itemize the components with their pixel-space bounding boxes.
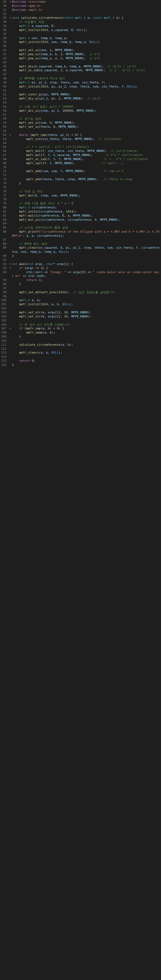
code-line[interactable] bbox=[12, 319, 161, 323]
code-line[interactable] bbox=[12, 73, 161, 76]
code-area[interactable]: #include <iostream>#include <gmp.h>#incl… bbox=[12, 0, 161, 367]
code-line[interactable] bbox=[12, 44, 161, 48]
code-line[interactable]: if (mpfr_cmp(a, b) < 0) { bbox=[12, 327, 161, 331]
code-line[interactable]: // 큰 값이 a가 되도록 스왑합니다. bbox=[12, 323, 161, 327]
code-line[interactable]: mpfr_sqrt(f, f, MPFR_RNDN); // sqrt(...) bbox=[12, 161, 161, 165]
fold-marker[interactable]: ⊟ bbox=[9, 133, 12, 137]
code-line[interactable]: mpfr_set_ui(sum, 0, MPFR_RNDN); bbox=[12, 121, 161, 125]
code-line[interactable]: mpfr_t circumference; bbox=[12, 206, 161, 210]
code-line[interactable]: // 이심률의 제곱 bbox=[12, 20, 161, 24]
code-line[interactable] bbox=[12, 307, 161, 311]
code-line[interactable] bbox=[12, 173, 161, 177]
code-line[interactable]: // MPFR를 사용하여 Pi/2 정의 bbox=[12, 76, 161, 81]
code-line[interactable]: mpfr_div_ui(pi_2, pi, 2, MPFR_RNDN); // … bbox=[12, 97, 161, 101]
code-line[interactable]: // f = sqrt(1 - e^2 * sin^2(theta)) bbox=[12, 145, 161, 149]
code-line[interactable]: mpfr_set_str(a, argv[1], 10, MPFR_RNDN); bbox=[12, 311, 161, 315]
code-line[interactable] bbox=[12, 165, 161, 170]
code-line[interactable]: #include <mpfr.h> bbox=[12, 8, 161, 12]
code-line[interactable] bbox=[12, 32, 161, 37]
code-line[interactable]: mpfr_add(theta, theta, step, MPFR_RNDN);… bbox=[12, 177, 161, 181]
code-line[interactable]: void calculate_circumference(const mpfr_… bbox=[12, 16, 161, 20]
code-line[interactable]: mpfr_t a, b; bbox=[12, 298, 161, 302]
code-line[interactable] bbox=[12, 238, 161, 242]
code-line[interactable] bbox=[12, 347, 161, 351]
code-line[interactable]: mpfr_inits2(1024, e_squared, E, NULL); bbox=[12, 28, 161, 32]
code-line[interactable]: mpfr_t one, temp_b, temp_a; bbox=[12, 37, 161, 40]
code-editor[interactable]: 2930313233343536373839404142434445464748… bbox=[0, 0, 161, 367]
code-line[interactable] bbox=[12, 355, 161, 359]
code-line[interactable]: // 소수점 100자리까지 출력 설정 bbox=[12, 226, 161, 230]
code-line[interactable] bbox=[12, 60, 161, 65]
code-line[interactable]: int main(int argc, char* argv[]) { bbox=[12, 262, 161, 266]
code-line[interactable]: mpfr_clears(e_squared, E, pi, pi_2, step… bbox=[12, 246, 161, 250]
code-line[interactable]: mpfr_t pi, pi_2, step, theta, sum, sin_t… bbox=[12, 81, 161, 85]
code-line[interactable]: mpfr_mul(f, sin_theta, sin_theta, MPFR_R… bbox=[12, 149, 161, 153]
fold-marker[interactable]: ⊟ bbox=[9, 16, 12, 20]
code-line[interactable]: mpfr_set_str(b, argv[2], 10, MPFR_RNDN); bbox=[12, 315, 161, 319]
code-line[interactable]: mpfr_t e_squared, E; bbox=[12, 24, 161, 28]
code-line[interactable]: mpfr_ui_sub(f, 1, f, MPFR_RNDN); // 1 - … bbox=[12, 158, 161, 161]
code-line[interactable]: return 1; bbox=[12, 278, 161, 282]
code-line[interactable]: #include <gmp.h> bbox=[12, 4, 161, 8]
code-line[interactable]: mpfr_ui_sub(e_squared, 1, e_squared, MPF… bbox=[12, 68, 161, 73]
code-line[interactable]: s b>" << std::endl; bbox=[12, 274, 161, 278]
code-line[interactable]: mpfr_div(e_squared, temp_b, temp_a, MPFR… bbox=[12, 65, 161, 69]
code-line[interactable]: calculate_circumference(a, b); bbox=[12, 343, 161, 347]
code-line[interactable]: return 0; bbox=[12, 359, 161, 363]
code-line[interactable] bbox=[12, 113, 161, 117]
code-line[interactable]: mpfr_pow_ui(temp_b, b, 2, MPFR_RNDN); //… bbox=[12, 52, 161, 57]
code-line[interactable]: if (argc != 3) { bbox=[12, 266, 161, 270]
code-line[interactable] bbox=[12, 294, 161, 299]
code-line[interactable]: } bbox=[12, 282, 161, 286]
code-line[interactable]: } bbox=[12, 335, 161, 339]
code-line[interactable]: mpfr_sin(sin_theta, theta, MPFR_RNDN); /… bbox=[12, 137, 161, 141]
code-line[interactable]: } bbox=[12, 363, 161, 367]
code-line[interactable]: // MPFR 변수 해제 bbox=[12, 242, 161, 246]
code-line[interactable]: mpfr_inits2(1024, a, b, NULL); bbox=[12, 302, 161, 307]
code-line[interactable] bbox=[12, 258, 161, 262]
code-line[interactable]: // 스텝 크기 설정: pi/2 / 100000 bbox=[12, 105, 161, 109]
code-line[interactable]: mpfr_set_ui(theta, 0, MPFR_RNDN); bbox=[12, 125, 161, 129]
code-line[interactable]: // 최종 타원 둘레 계산: 4 * a * E bbox=[12, 202, 161, 206]
code-line[interactable]: std::cerr << "Usage: " << argv[0] << " <… bbox=[12, 270, 161, 275]
code-line[interactable] bbox=[12, 222, 161, 226]
code-line[interactable]: mpfr_set_ui(one, 1, MPFR_RNDN); bbox=[12, 48, 161, 52]
code-line[interactable]: #include <iostream> bbox=[12, 0, 161, 4]
code-line[interactable] bbox=[12, 101, 161, 105]
fold-marker[interactable]: ⊟ bbox=[9, 262, 12, 266]
code-line[interactable]: while (mpfr_cmp(theta, pi_2) < 0) { bbox=[12, 133, 161, 137]
code-line[interactable]: mpfr_pow_ui(temp_a, a, 2, MPFR_RNDN); //… bbox=[12, 57, 161, 60]
code-line[interactable]: mpfr_inits2(1024, one, temp_b, temp_a, N… bbox=[12, 40, 161, 44]
code-line[interactable] bbox=[12, 141, 161, 145]
code-line[interactable]: mpfr_clears(a, b, NULL); bbox=[12, 351, 161, 355]
code-line[interactable] bbox=[12, 339, 161, 343]
fold-marker[interactable]: ⊟ bbox=[9, 266, 12, 270]
code-line[interactable]: mpfr_mul(circumference, E, a, MPFR_RNDN)… bbox=[12, 214, 161, 218]
code-line[interactable] bbox=[12, 12, 161, 16]
code-line[interactable]: } bbox=[12, 181, 161, 186]
code-line[interactable]: mpfr_set_default_prec(1024); // 높은 정밀도를 … bbox=[12, 291, 161, 294]
fold-gutter[interactable]: ⊟⊟⊟⊟⊟⊟ bbox=[9, 0, 12, 367]
code-line[interactable] bbox=[12, 89, 161, 93]
code-line[interactable] bbox=[12, 286, 161, 291]
code-line[interactable]: } bbox=[12, 254, 161, 258]
code-line[interactable]: mpfr_printf("Circumference of the ellips… bbox=[12, 230, 161, 234]
code-line[interactable]: mpfr_div_ui(step, pi_2, 100000, MPFR_RND… bbox=[12, 109, 161, 113]
code-line[interactable]: // 적분 값 계산 bbox=[12, 190, 161, 194]
code-line[interactable]: mpfr_inits2(1024, pi, pi_2, step, theta,… bbox=[12, 85, 161, 89]
fold-marker[interactable]: ⊟ bbox=[9, 327, 12, 331]
code-line[interactable] bbox=[12, 186, 161, 190]
code-line[interactable]: nce, one, temp_b, temp_a, NULL); bbox=[12, 250, 161, 254]
code-line[interactable]: mpfr_add(sum, sum, f, MPFR_RNDN); // sum… bbox=[12, 169, 161, 173]
code-line[interactable]: mpfr_const_pi(pi, MPFR_RNDN); bbox=[12, 93, 161, 97]
code-line[interactable]: // 초기값 설정 bbox=[12, 117, 161, 121]
code-line[interactable]: mpfr_swap(a, b); bbox=[12, 331, 161, 335]
code-line[interactable] bbox=[12, 129, 161, 133]
code-line[interactable] bbox=[12, 197, 161, 202]
code-line[interactable]: mpfr_mul(E, step, sum, MPFR_RNDN); bbox=[12, 194, 161, 198]
code-line[interactable]: mpfr_init2(circumference, 1024); bbox=[12, 210, 161, 214]
code-line[interactable]: mpfr_mul_ui(circumference, circumference… bbox=[12, 218, 161, 222]
code-line[interactable]: 0Rf\n", a, b, circumference); bbox=[12, 234, 161, 238]
fold-marker[interactable]: ⊟ bbox=[9, 0, 12, 4]
code-line[interactable]: mpfr_mul(f, f, e_squared, MPFR_RNDN); //… bbox=[12, 153, 161, 158]
